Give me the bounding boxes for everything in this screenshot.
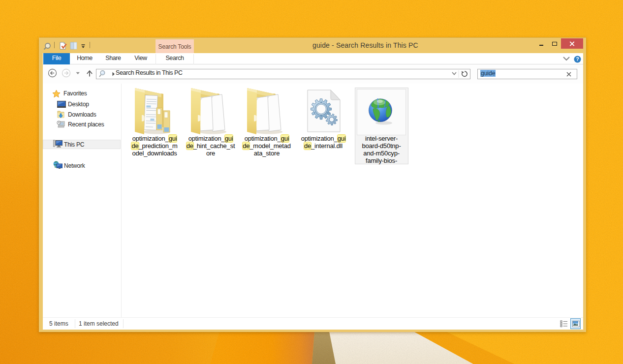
- svg-text:?: ?: [576, 56, 579, 62]
